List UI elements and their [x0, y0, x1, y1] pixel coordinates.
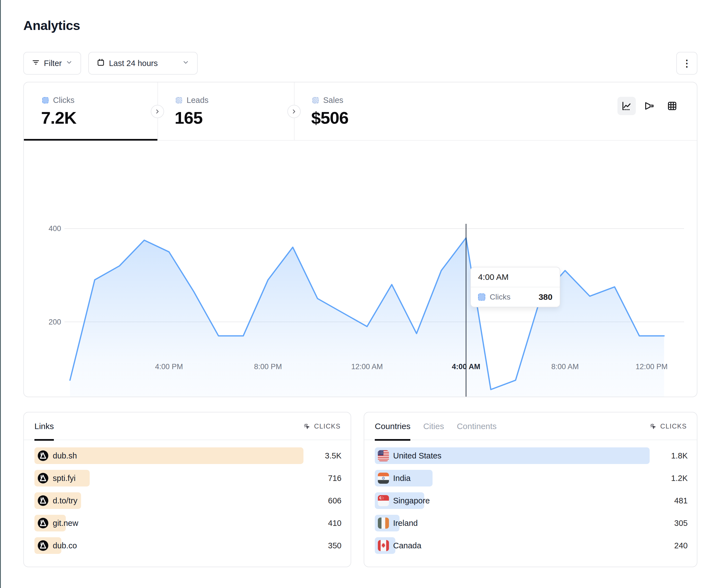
line-chart-view-button[interactable] — [618, 97, 636, 115]
analytics-card: Clicks 7.2K Leads 165 Sales $506 — [23, 82, 697, 397]
country-flag — [378, 540, 389, 551]
row-label: Ireland — [393, 519, 418, 528]
geo-metric-label: CLICKS — [660, 423, 687, 430]
flag-ireland-icon — [378, 518, 389, 529]
row-value: 305 — [674, 519, 688, 528]
chart-tooltip: 4:00 AM Clicks 380 — [470, 267, 560, 307]
line-chart-icon — [621, 100, 632, 112]
geo-list: United States1.8KIndia1.2KSingapore481Ir… — [375, 447, 688, 554]
link-row[interactable]: spti.fyi716 — [35, 470, 342, 487]
tab-links[interactable]: Links — [35, 412, 54, 440]
x-axis-tick: 8:00 PM — [254, 362, 282, 371]
filter-icon — [31, 58, 40, 68]
clicks-legend-swatch — [42, 97, 48, 104]
toolbar: Filter Last 24 hours — [23, 52, 198, 75]
filter-button-label: Filter — [44, 59, 62, 68]
filter-button[interactable]: Filter — [23, 52, 81, 75]
row-value: 481 — [674, 496, 688, 505]
tab-sales-value-label: Sales — [323, 96, 343, 105]
link-row[interactable]: git.new410 — [35, 515, 342, 532]
calendar-icon — [96, 58, 105, 68]
row-value: 350 — [328, 541, 342, 550]
tab-countries[interactable]: Countries — [375, 412, 410, 440]
links-panel: Links CLICKS dub.sh3.5Kspti.fyi716d.to/t… — [23, 412, 351, 567]
flag-singapore-icon — [378, 495, 389, 506]
dub-logo-icon — [38, 450, 48, 461]
country-flag — [378, 495, 389, 506]
row-label: git.new — [53, 519, 78, 528]
country-flag — [378, 450, 389, 461]
flag-india-icon — [378, 473, 389, 484]
geo-metric-selector[interactable]: CLICKS — [649, 412, 687, 440]
chevron-down-icon — [66, 59, 73, 68]
links-metric-label: CLICKS — [314, 423, 341, 430]
link-row[interactable]: dub.co350 — [35, 537, 342, 554]
country-row[interactable]: India1.2K — [375, 470, 688, 487]
analytics-page: Analytics Filter Last 24 hours — [0, 0, 711, 588]
country-row[interactable]: Canada240 — [375, 537, 688, 554]
tooltip-value: 380 — [539, 292, 553, 302]
leads-legend-swatch — [176, 97, 182, 104]
geo-panel: CountriesCitiesContinents CLICKS United … — [364, 412, 697, 567]
clicks-chart[interactable]: 4002000 4:00 PM8:00 PM12:00 AM4:00 AM8:0… — [24, 141, 697, 397]
date-range-button[interactable]: Last 24 hours — [88, 52, 198, 75]
country-flag — [378, 518, 389, 529]
more-options-button[interactable]: ⋮ — [676, 52, 697, 75]
x-axis-tick: 4:00 PM — [155, 362, 183, 371]
y-axis-tick: 400 — [28, 224, 61, 233]
row-value: 410 — [328, 519, 342, 528]
tab-leads-label: Leads — [187, 96, 209, 105]
chart-view-switcher — [618, 97, 681, 115]
country-row[interactable]: United States1.8K — [375, 447, 688, 464]
date-range-label: Last 24 hours — [109, 59, 178, 68]
chevron-down-icon — [182, 59, 189, 68]
geo-panel-header: CountriesCitiesContinents CLICKS — [364, 412, 697, 440]
country-flag — [378, 473, 389, 484]
links-list: dub.sh3.5Kspti.fyi716d.to/try606git.new4… — [35, 447, 342, 554]
row-value: 1.2K — [671, 474, 688, 483]
links-metric-selector[interactable]: CLICKS — [303, 412, 341, 440]
tab-clicks[interactable]: Clicks 7.2K — [24, 82, 157, 141]
row-value: 716 — [328, 474, 342, 483]
x-axis-tick: 12:00 AM — [351, 362, 383, 371]
table-view-button[interactable] — [663, 97, 681, 115]
tab-sales[interactable]: Sales $506 — [294, 82, 433, 141]
sales-legend-swatch — [312, 97, 319, 104]
tab-continents[interactable]: Continents — [457, 412, 496, 440]
tab-leads[interactable]: Leads 165 — [157, 82, 294, 141]
flag-canada-icon — [378, 540, 389, 551]
tab-cities[interactable]: Cities — [423, 412, 444, 440]
links-panel-header: Links CLICKS — [24, 412, 351, 440]
x-axis-tick: 4:00 AM — [452, 362, 480, 371]
country-row[interactable]: Singapore481 — [375, 492, 688, 509]
dub-logo-icon — [38, 473, 48, 484]
tab-clicks-value: 7.2K — [41, 108, 76, 128]
click-cursor-icon — [303, 423, 311, 430]
dub-logo-icon — [38, 518, 48, 529]
row-value: 240 — [674, 541, 688, 550]
link-favicon — [38, 495, 48, 506]
link-favicon — [38, 518, 48, 529]
country-row[interactable]: Ireland305 — [375, 515, 688, 532]
table-view-icon — [667, 100, 678, 112]
dub-logo-icon — [38, 540, 48, 551]
tab-sales-value: $506 — [311, 108, 348, 128]
funnel-view-button[interactable] — [640, 97, 659, 115]
link-row[interactable]: d.to/try606 — [35, 492, 342, 509]
kebab-menu-icon: ⋮ — [682, 59, 692, 68]
expand-leads-button[interactable] — [287, 105, 301, 118]
y-axis-tick: 200 — [28, 318, 61, 326]
row-value: 606 — [328, 496, 342, 505]
tooltip-time: 4:00 AM — [471, 267, 560, 287]
tooltip-series-label: Clicks — [490, 293, 534, 301]
row-label: Singapore — [393, 496, 430, 505]
bar-track — [375, 470, 650, 487]
page-title: Analytics — [23, 18, 80, 33]
flag-us-icon — [378, 450, 389, 461]
x-axis-tick: 8:00 AM — [552, 362, 579, 371]
link-row[interactable]: dub.sh3.5K — [35, 447, 342, 464]
expand-clicks-button[interactable] — [151, 105, 164, 118]
link-favicon — [38, 450, 48, 461]
row-label: Canada — [393, 541, 422, 550]
stats-tabs-row: Clicks 7.2K Leads 165 Sales $506 — [24, 82, 697, 141]
